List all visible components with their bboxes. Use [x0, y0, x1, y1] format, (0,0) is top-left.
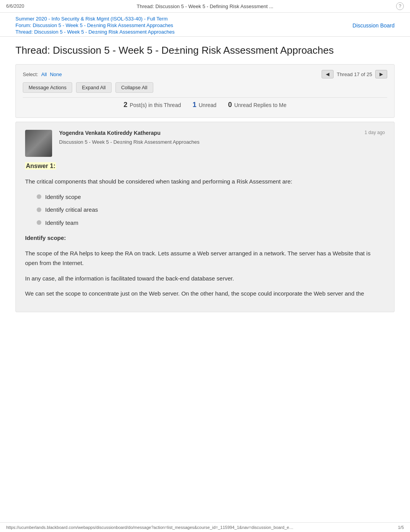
page-date: 6/6/2020 [6, 3, 24, 9]
post-card: Yogendra Venkata Kotireddy Katherapu 1 d… [15, 122, 395, 312]
breadcrumb-thread-link[interactable]: Thread: Discussion 5 - Week 5 - De±ning … [15, 29, 175, 35]
bullet-list: Identify scope Identify critical areas I… [37, 192, 385, 228]
message-actions-button[interactable]: Message Actions [23, 82, 72, 93]
list-item-label: Identify scope [45, 192, 81, 202]
post-body: Answer 1: The critical components that s… [25, 161, 385, 299]
page-tab-title: Thread: Discussion 5 - Week 5 - Defining… [137, 3, 273, 9]
controls-row-1: Select: All None ◀ Thread 17 of 25 ▶ [23, 70, 387, 78]
post-paragraph-1: The critical components that should be c… [25, 177, 385, 187]
stats-row: 2 Post(s) in this Thread 1 Unread 0 Unre… [23, 97, 387, 112]
list-item-label: Identify team [45, 218, 78, 228]
bullet-dot-icon [37, 194, 41, 199]
breadcrumb-course-link[interactable]: Summer 2020 - Info Security & Risk Mgmt … [15, 16, 168, 22]
post-paragraph-2: The scope of the RA helps to keep the RA… [25, 248, 385, 268]
posts-stat: 2 Post(s) in this Thread [124, 101, 181, 109]
select-none-link[interactable]: None [50, 71, 62, 77]
post-subheading: Identify scope: [25, 233, 385, 243]
unread-replies-label: Unread Replies to Me [234, 102, 286, 108]
thread-count: Thread 17 of 25 [337, 71, 372, 77]
unread-replies-count: 0 [228, 101, 232, 109]
breadcrumb-forum-link[interactable]: Forum: Discussion 5 - Week 5 - De±ning R… [15, 22, 173, 28]
post-info: Yogendra Venkata Kotireddy Katherapu 1 d… [59, 130, 385, 157]
page-title: Thread: Discussion 5 - Week 5 - De±ning … [15, 44, 395, 56]
bullet-dot-icon [37, 207, 41, 212]
list-item-label: Identify critical areas [45, 205, 98, 215]
avatar-area: Yogendra Venkata Kotireddy Katherapu 1 d… [25, 130, 385, 157]
controls-row-2: Message Actions Expand All Collapse All [23, 82, 387, 93]
post-paragraph-4: We can set the scope to concentrate just… [25, 289, 385, 299]
unread-count: 1 [193, 101, 197, 109]
breadcrumb-row-1: Summer 2020 - Info Security & Risk Mgmt … [15, 16, 175, 22]
avatar [25, 130, 52, 157]
list-item: Identify scope [37, 192, 385, 202]
expand-all-button[interactable]: Expand All [76, 82, 111, 93]
answer-heading: Answer 1: [25, 162, 56, 170]
unread-replies-stat: 0 Unread Replies to Me [228, 101, 286, 109]
select-label: Select: [23, 71, 38, 77]
breadcrumb: Summer 2020 - Info Security & Risk Mgmt … [15, 16, 175, 35]
post-subject: Discussion 5 - Week 5 - De±ning Risk Ass… [59, 139, 385, 145]
post-header: Yogendra Venkata Kotireddy Katherapu 1 d… [59, 130, 385, 136]
posts-label: Post(s) in this Thread [130, 102, 181, 108]
select-area: Select: All None [23, 71, 62, 77]
breadcrumb-row-3: Thread: Discussion 5 - Week 5 - De±ning … [15, 29, 175, 35]
posts-count: 2 [124, 101, 127, 109]
post-time: 1 day ago [364, 130, 385, 135]
breadcrumb-section: Summer 2020 - Info Security & Risk Mgmt … [0, 13, 410, 37]
unread-stat: 1 Unread [193, 101, 217, 109]
top-bar: 6/6/2020 Thread: Discussion 5 - Week 5 -… [0, 0, 410, 13]
thread-controls: Select: All None ◀ Thread 17 of 25 ▶ Mes… [15, 64, 395, 118]
post-author: Yogendra Venkata Kotireddy Katherapu [59, 130, 161, 136]
unread-label: Unread [199, 102, 217, 108]
post-answer-heading: Answer 1: [25, 161, 385, 171]
bullet-dot-icon [37, 220, 41, 225]
page-title-section: Thread: Discussion 5 - Week 5 - De±ning … [0, 37, 410, 60]
help-icon[interactable]: ? [396, 2, 404, 10]
next-thread-button[interactable]: ▶ [375, 70, 387, 78]
avatar-image [25, 130, 52, 157]
list-item: Identify team [37, 218, 385, 228]
list-item: Identify critical areas [37, 205, 385, 215]
breadcrumb-row-2: Forum: Discussion 5 - Week 5 - De±ning R… [15, 22, 175, 28]
collapse-all-button[interactable]: Collapse All [115, 82, 153, 93]
discussion-board-link[interactable]: Discussion Board [352, 22, 395, 29]
thread-nav: ◀ Thread 17 of 25 ▶ [322, 70, 387, 78]
post-paragraph-3: In any case, all the information is faci… [25, 274, 385, 284]
select-all-link[interactable]: All [41, 71, 47, 77]
discussion-board-link-area: Discussion Board [352, 22, 395, 29]
prev-thread-button[interactable]: ◀ [322, 70, 334, 78]
